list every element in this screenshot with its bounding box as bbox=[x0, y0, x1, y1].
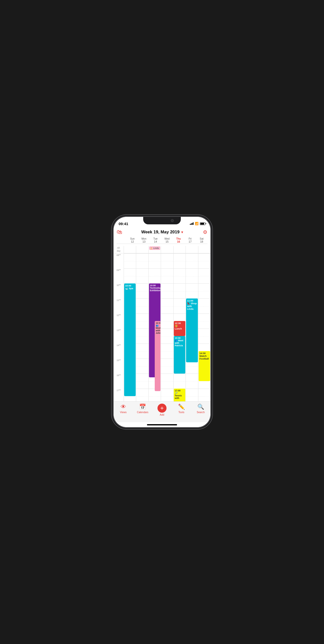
day-header-tue: Tue 14 bbox=[150, 237, 161, 244]
day-header-fri: Fri 17 bbox=[184, 237, 196, 244]
phone-screen: 09:41 📶 🛍 Week 19, May 2019 bbox=[114, 217, 210, 427]
day-header-wed: Wed 15 bbox=[161, 237, 173, 244]
time-slot-17: 1700 bbox=[114, 389, 124, 401]
event-meet-patricia[interactable]: 13:30 👥 Meet with Patricia bbox=[174, 336, 185, 374]
views-icon: 👁 bbox=[121, 404, 126, 410]
tab-search[interactable]: 🔍 Search bbox=[191, 404, 210, 414]
status-icons: 📶 bbox=[190, 222, 205, 225]
calendars-icon: 📅 bbox=[139, 404, 146, 410]
day-headers: Sun 12 Mon 13 Tue 14 Wed 15 Thu 16 bbox=[117, 237, 207, 244]
time-grid: 0800 0900 1000 1100 1200 1300 1400 1500 … bbox=[114, 253, 210, 401]
grid-scroll[interactable]: 0800 0900 1000 1100 1200 1300 1400 1500 … bbox=[114, 253, 210, 401]
signal-icon bbox=[190, 222, 194, 225]
time-gutter-header bbox=[117, 237, 127, 244]
tab-tools-label: Tools bbox=[179, 411, 184, 414]
event-shop-linda[interactable]: 11:00 👠 Shop with Linda bbox=[186, 298, 198, 362]
home-bar bbox=[114, 422, 210, 427]
tools-icon: ✏️ bbox=[178, 404, 185, 410]
phone-frame: 09:41 📶 🛍 Week 19, May 2019 bbox=[113, 216, 211, 428]
tab-bar: 👁 Views 📅 Calendars + Add ✏️ Tools 🔍 Sea… bbox=[114, 401, 210, 422]
day-header-sun: Sun 12 bbox=[127, 237, 138, 244]
wifi-icon: 📶 bbox=[195, 222, 199, 225]
time-slot-13: 1300 bbox=[114, 329, 124, 344]
notch bbox=[143, 217, 181, 224]
tab-views[interactable]: 👁 Views bbox=[114, 404, 133, 414]
time-slot-11: 1100 bbox=[114, 298, 124, 313]
tab-calendars[interactable]: 📅 Calendars bbox=[133, 404, 152, 414]
tab-add-label: Add bbox=[160, 413, 164, 416]
time-slot-08: 0800 bbox=[114, 253, 124, 268]
time-slot-15: 1500 bbox=[114, 359, 124, 374]
home-indicator bbox=[147, 424, 177, 425]
event-watch-football[interactable]: 14:30 Watch Football bbox=[199, 351, 210, 381]
time-slot-16: 1600 bbox=[114, 374, 124, 389]
day-header-mon: Mon 13 bbox=[138, 237, 150, 244]
event-lunch[interactable]: 12:30 🍔 Lunch bbox=[174, 321, 185, 336]
time-slot-14: 1400 bbox=[114, 344, 124, 359]
settings-icon[interactable]: ⚙ bbox=[203, 229, 207, 235]
status-time: 09:41 bbox=[119, 222, 128, 226]
day-header-thu: Thu 16 bbox=[173, 237, 184, 244]
time-slot-10: 1000 bbox=[114, 283, 124, 298]
tab-calendars-label: Calendars bbox=[137, 411, 148, 414]
event-spa[interactable]: 10:00 🛁 Spa bbox=[124, 283, 136, 396]
tab-add[interactable]: + Add bbox=[152, 404, 172, 416]
camera bbox=[171, 219, 174, 222]
dropdown-arrow-icon[interactable]: ▼ bbox=[181, 230, 184, 234]
battery-icon bbox=[200, 222, 205, 225]
tab-views-label: Views bbox=[120, 411, 127, 414]
time-slot-09: 0900 bbox=[114, 268, 124, 283]
tab-search-label: Search bbox=[197, 411, 205, 414]
calendar-grid: 0800 0900 1000 1100 1200 1300 1400 1500 … bbox=[114, 253, 210, 401]
add-icon: + bbox=[157, 404, 167, 413]
allday-row: All-day 🎂 Linda bbox=[114, 246, 210, 253]
allday-event-linda[interactable]: 🎂 Linda bbox=[149, 246, 160, 250]
bag-icon[interactable]: 🛍 bbox=[117, 229, 122, 235]
header-title[interactable]: Week 19, May 2019 ▼ bbox=[141, 230, 184, 235]
day-columns: 10:00 🛁 Spa 10:00 Technology Exhibition bbox=[124, 253, 210, 401]
allday-label: All-day bbox=[114, 246, 124, 253]
calendar-header: 🛍 Week 19, May 2019 ▼ ⚙ Sun 12 Mon 13 bbox=[114, 228, 210, 246]
event-meet-john[interactable]: 12:30 👥 Meet with John bbox=[155, 321, 160, 391]
event-tennis[interactable]: 17:00 🎾 Tennis with bbox=[174, 389, 185, 401]
day-header-sat: Sat 18 bbox=[196, 237, 207, 244]
time-gutter: 0800 0900 1000 1100 1200 1300 1400 1500 … bbox=[114, 253, 124, 401]
tab-tools[interactable]: ✏️ Tools bbox=[172, 404, 191, 414]
time-slot-12: 1200 bbox=[114, 313, 124, 329]
search-icon: 🔍 bbox=[197, 404, 204, 410]
